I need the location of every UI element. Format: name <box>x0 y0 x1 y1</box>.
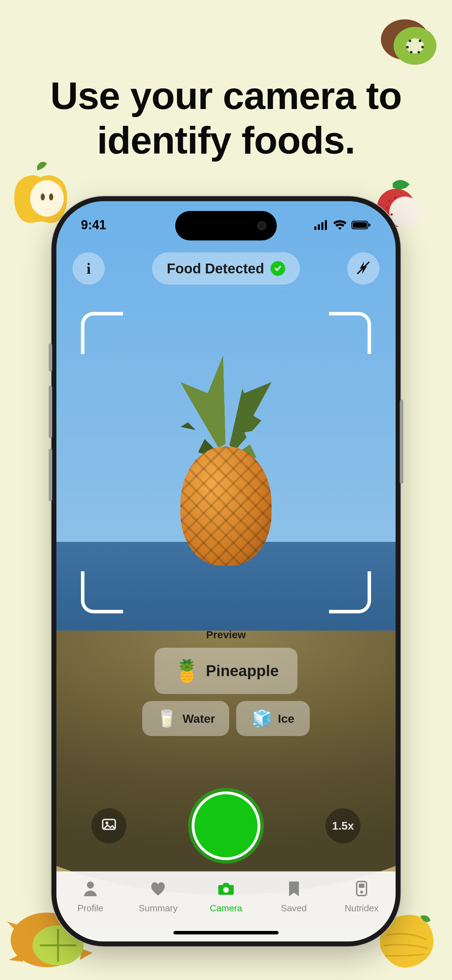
svg-rect-24 <box>314 226 317 230</box>
power-button <box>400 399 403 484</box>
svg-rect-30 <box>369 224 370 226</box>
svg-point-35 <box>223 887 229 893</box>
svg-point-15 <box>394 197 396 199</box>
svg-point-13 <box>389 197 421 228</box>
preview-chip-ice[interactable]: 🧊 Ice <box>236 701 310 736</box>
svg-point-11 <box>49 194 53 200</box>
svg-point-4 <box>419 40 421 42</box>
camera-icon <box>217 880 235 900</box>
water-emoji-icon: 🥛 <box>156 709 177 728</box>
svg-rect-37 <box>359 884 364 888</box>
pineapple-emoji-icon: 🍍 <box>173 658 201 684</box>
zoom-button[interactable]: 1.5x <box>326 808 361 843</box>
tab-camera[interactable]: Camera <box>196 880 256 914</box>
tab-label: Summary <box>139 903 178 914</box>
svg-point-34 <box>87 881 94 889</box>
ice-emoji-icon: 🧊 <box>251 709 272 728</box>
svg-point-7 <box>410 51 412 53</box>
svg-point-6 <box>421 46 423 48</box>
tab-summary[interactable]: Summary <box>128 880 188 914</box>
info-icon: i <box>86 260 91 278</box>
info-button[interactable]: i <box>73 252 105 285</box>
check-icon <box>271 261 285 276</box>
preview-chip-primary[interactable]: 🍍 Pineapple <box>154 648 298 694</box>
profile-icon <box>81 880 100 900</box>
svg-point-17 <box>390 213 392 216</box>
wifi-icon <box>333 220 347 230</box>
tab-saved[interactable]: Saved <box>264 880 324 914</box>
tab-label: Nutridex <box>345 903 379 914</box>
shutter-button[interactable] <box>194 794 258 858</box>
svg-point-9 <box>30 180 64 216</box>
tab-label: Profile <box>78 903 103 914</box>
kiwi-icon <box>379 11 441 73</box>
svg-rect-25 <box>318 224 320 230</box>
svg-point-3 <box>409 40 411 42</box>
promo-headline: Use your camera to identify foods. <box>0 73 452 162</box>
flash-off-icon <box>356 260 371 277</box>
tab-profile[interactable]: Profile <box>60 880 120 914</box>
battery-icon <box>352 220 371 230</box>
svg-point-8 <box>418 51 420 53</box>
nutridex-icon <box>352 880 371 900</box>
home-indicator[interactable] <box>173 931 279 934</box>
status-time: 9:41 <box>81 218 106 232</box>
svg-rect-26 <box>321 222 323 230</box>
preview-label: Preview <box>206 629 246 641</box>
svg-point-38 <box>360 891 363 893</box>
side-button <box>49 344 52 372</box>
preview-secondary-name: Water <box>183 712 215 725</box>
detection-status-pill[interactable]: Food Detected <box>152 252 300 285</box>
bookmark-icon <box>285 880 303 900</box>
svg-point-5 <box>406 46 409 48</box>
preview-primary-name: Pineapple <box>206 662 279 679</box>
svg-rect-29 <box>353 222 367 228</box>
detection-status-label: Food Detected <box>167 261 264 277</box>
tab-bar: Profile Summary Camera <box>56 871 396 942</box>
volume-down-button <box>49 449 52 501</box>
svg-point-33 <box>105 822 108 824</box>
heart-icon <box>149 880 167 900</box>
tab-nutridex[interactable]: Nutridex <box>332 880 392 914</box>
gallery-button[interactable] <box>91 808 126 843</box>
flash-toggle-button[interactable] <box>347 252 379 285</box>
volume-up-button <box>49 385 52 438</box>
status-bar: 9:41 <box>56 215 396 235</box>
preview-secondary-name: Ice <box>278 712 294 725</box>
svg-point-16 <box>386 207 388 209</box>
photo-icon <box>100 816 118 835</box>
svg-rect-27 <box>325 220 327 230</box>
svg-point-10 <box>41 194 45 200</box>
tab-label: Camera <box>210 903 242 914</box>
camera-viewfinder: 9:41 i F <box>56 201 396 942</box>
preview-chip-water[interactable]: 🥛 Water <box>142 701 229 736</box>
tab-label: Saved <box>281 903 307 914</box>
phone-frame: 9:41 i F <box>51 196 401 947</box>
svg-point-14 <box>388 200 390 202</box>
cellular-signal-icon <box>314 220 328 230</box>
zoom-label: 1.5x <box>332 819 354 832</box>
